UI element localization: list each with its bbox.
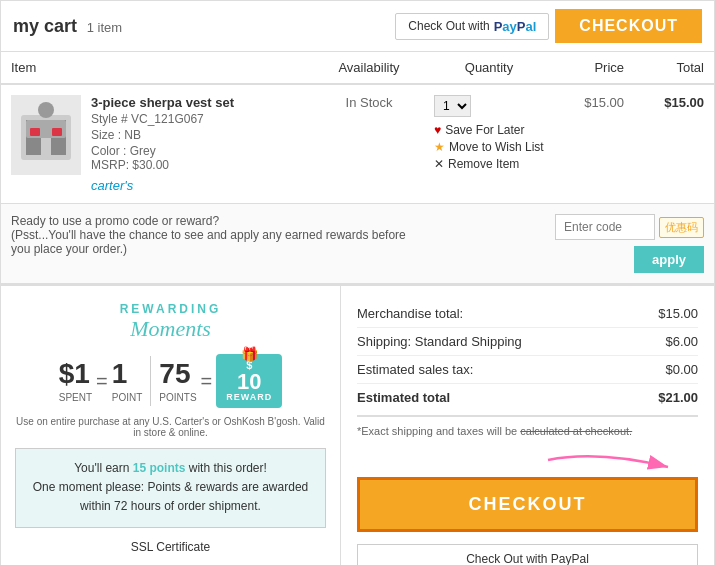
- promo-ready-text: Ready to use a promo code or reward?: [11, 214, 411, 228]
- col-item: Item: [1, 52, 314, 84]
- rewards-earn: You'll earn 15 points with this order! O…: [15, 448, 326, 528]
- promo-cell: Ready to use a promo code or reward? (Ps…: [1, 204, 714, 284]
- cart-table: Item Availability Quantity Price Total: [1, 52, 714, 284]
- moments-text: Moments: [15, 316, 326, 342]
- summary-paypal-button[interactable]: Check Out with PayPal: [357, 544, 698, 565]
- shipping-label: Shipping: Standard Shipping: [357, 334, 522, 349]
- summary-note: *Exact shipping and taxes will be calcul…: [357, 425, 698, 437]
- paypal-btn-text: Check Out with: [408, 19, 489, 33]
- total-cell: $15.00: [634, 84, 714, 204]
- save-for-later[interactable]: ♥ Save For Later: [434, 123, 544, 137]
- remove-item[interactable]: ✕ Remove Item: [434, 157, 544, 171]
- paypal-area: Check Out with PayPal: [357, 538, 698, 565]
- separator: [150, 356, 151, 406]
- product-price: $15.00: [584, 95, 624, 110]
- cart-actions: ♥ Save For Later ★ Move to Wish List ✕ R…: [434, 123, 544, 171]
- earn-text: You'll earn: [74, 461, 129, 475]
- reward-word-label: REWARD: [226, 393, 272, 402]
- product-style: Style # VC_121G067: [91, 112, 234, 126]
- promo-input-area: 优惠码 apply: [555, 214, 704, 273]
- cart-count: 1 item: [87, 20, 122, 35]
- apply-promo-button[interactable]: apply: [634, 246, 704, 273]
- rewards-fine-print: Use on entire purchase at any U.S. Carte…: [15, 416, 326, 438]
- earn-points: 15 points: [133, 461, 186, 475]
- promo-row: Ready to use a promo code or reward? (Ps…: [1, 204, 714, 284]
- header: my cart 1 item Check Out with PayPal CHE…: [1, 1, 714, 52]
- table-row: 3-piece sherpa vest set Style # VC_121G0…: [1, 84, 714, 204]
- bow-icon: 🎁: [241, 346, 258, 362]
- page-wrapper: my cart 1 item Check Out with PayPal CHE…: [0, 0, 715, 565]
- total-label: Estimated total: [357, 390, 450, 405]
- arrow-area: [357, 445, 698, 475]
- points-eq: 75 POINTS = 🎁 $ 10 REWARD: [159, 354, 282, 408]
- rewards-panel: REWARDING Moments $1 SPENT = 1 POINT: [1, 286, 341, 565]
- paypal-checkout-button[interactable]: Check Out with PayPal: [395, 13, 549, 40]
- ssl-text: SSL Certificate: [131, 540, 211, 554]
- product-name: 3-piece sherpa vest set: [91, 95, 234, 110]
- col-price: Price: [554, 52, 634, 84]
- tax-label: Estimated sales tax:: [357, 362, 473, 377]
- col-availability: Availability: [314, 52, 424, 84]
- earn-note: One moment please: Points & rewards are …: [33, 480, 308, 513]
- total-row: Estimated total $21.00: [357, 384, 698, 417]
- availability-cell: In Stock: [314, 84, 424, 204]
- shipping-row: Shipping: Standard Shipping $6.00: [357, 328, 698, 356]
- pink-arrow-svg: [538, 445, 698, 475]
- cart-title: my cart: [13, 16, 77, 36]
- merchandise-row: Merchandise total: $15.00: [357, 300, 698, 328]
- quantity-cell: 1 2 3 4 5 ♥ Save For Later ★ Move t: [424, 84, 554, 204]
- product-msrp: MSRP: $30.00: [91, 158, 234, 172]
- header-buttons: Check Out with PayPal CHECKOUT: [395, 9, 702, 43]
- quantity-select[interactable]: 1 2 3 4 5: [434, 95, 471, 117]
- price-cell: $15.00: [554, 84, 634, 204]
- paypal-brand: PayPal: [494, 19, 537, 34]
- heart-icon: ♥: [434, 123, 441, 137]
- equals-1: =: [96, 370, 108, 393]
- summary-panel: Merchandise total: $15.00 Shipping: Stan…: [341, 286, 714, 565]
- promo-text: Ready to use a promo code or reward? (Ps…: [11, 214, 411, 256]
- save-label: Save For Later: [445, 123, 524, 137]
- promo-input-row: 优惠码: [555, 214, 704, 240]
- col-quantity: Quantity: [424, 52, 554, 84]
- rewards-title: REWARDING Moments: [15, 302, 326, 342]
- tax-row: Estimated sales tax: $0.00: [357, 356, 698, 384]
- star-icon: ★: [434, 140, 445, 154]
- promo-code-input[interactable]: [555, 214, 655, 240]
- bottom-section: REWARDING Moments $1 SPENT = 1 POINT: [1, 284, 714, 565]
- merchandise-value: $15.00: [658, 306, 698, 321]
- total-value: $21.00: [658, 390, 698, 405]
- earn-suffix: with this order!: [189, 461, 267, 475]
- x-icon: ✕: [434, 157, 444, 171]
- point-label: POINT: [112, 392, 143, 404]
- product-image: [11, 95, 81, 175]
- equals-2: =: [201, 370, 213, 393]
- paypal-btn-label: Check Out with PayPal: [466, 552, 589, 565]
- svg-rect-5: [30, 128, 40, 136]
- promo-note: (Psst...You'll have the chance to see an…: [11, 228, 411, 256]
- note-text: *Exact shipping and taxes will be calcul…: [357, 425, 632, 437]
- remove-label: Remove Item: [448, 157, 519, 171]
- brand-logo: carter's: [91, 178, 234, 193]
- col-total: Total: [634, 52, 714, 84]
- points-label: POINTS: [159, 392, 196, 404]
- svg-point-4: [38, 102, 54, 118]
- spent-label: SPENT: [59, 392, 92, 404]
- wish-label: Move to Wish List: [449, 140, 544, 154]
- move-to-wishlist[interactable]: ★ Move to Wish List: [434, 140, 544, 154]
- svg-rect-6: [52, 128, 62, 136]
- ssl-cert: SSL Certificate: [15, 540, 326, 554]
- product-total: $15.00: [664, 95, 704, 110]
- reward-badge: 🎁 $ 10 REWARD: [216, 354, 282, 408]
- cart-title-area: my cart 1 item: [13, 16, 122, 37]
- points-num: 75: [159, 358, 196, 390]
- product-cell: 3-piece sherpa vest set Style # VC_121G0…: [1, 84, 314, 204]
- tax-value: $0.00: [665, 362, 698, 377]
- availability-status: In Stock: [346, 95, 393, 110]
- header-checkout-button[interactable]: CHECKOUT: [555, 9, 702, 43]
- product-info: 3-piece sherpa vest set Style # VC_121G0…: [91, 95, 234, 193]
- dollar-amount: $1: [59, 358, 92, 390]
- rewarding-text: REWARDING: [15, 302, 326, 316]
- dollar-eq: $1 SPENT = 1 POINT: [59, 358, 143, 404]
- main-checkout-button[interactable]: CHECKOUT: [357, 477, 698, 532]
- rewards-grid: $1 SPENT = 1 POINT 75 POINTS =: [15, 354, 326, 408]
